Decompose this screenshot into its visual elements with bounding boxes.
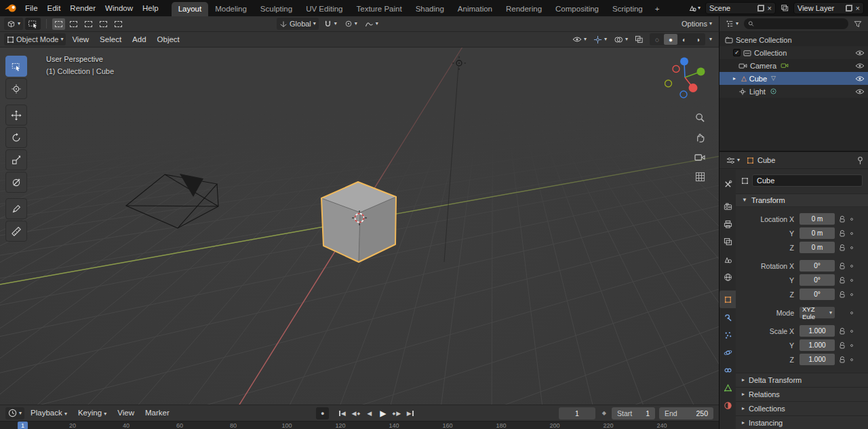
properties-editor-type-button[interactable]: ▾ xyxy=(724,154,743,166)
transform-orientation-dropdown[interactable]: Global ▾ xyxy=(277,18,319,30)
section-collections[interactable]: ▸ Collections xyxy=(736,401,868,415)
menu-edit[interactable]: Edit xyxy=(43,0,66,16)
outliner-editor-type-button[interactable]: ▾ xyxy=(723,18,741,30)
prev-keyframe-button[interactable]: ◀◆ xyxy=(349,407,362,419)
select-mode-extend-button[interactable] xyxy=(67,18,80,30)
keying-set-icon[interactable]: ◆ xyxy=(602,410,606,416)
props-tab-material[interactable] xyxy=(719,396,736,414)
lock-icon[interactable] xyxy=(837,230,848,237)
props-tab-world[interactable] xyxy=(719,268,736,286)
lock-icon[interactable] xyxy=(837,342,848,349)
animate-dot[interactable] xyxy=(848,265,856,267)
rotation-y-field[interactable]: 0° xyxy=(800,274,835,286)
timeline-ruler[interactable]: 20 40 60 80 100 120 140 160 180 200 220 … xyxy=(0,421,719,429)
properties-breadcrumb[interactable]: Cube xyxy=(747,156,775,164)
tab-texture-paint[interactable]: Texture Paint xyxy=(350,2,409,16)
shading-material-button[interactable]: ◐ xyxy=(677,34,691,45)
section-relations[interactable]: ▸ Relations xyxy=(736,387,868,401)
outliner-row-camera[interactable]: Camera xyxy=(719,59,868,72)
lock-icon[interactable] xyxy=(837,277,848,284)
tool-rotate[interactable] xyxy=(5,127,27,148)
frame-end-field[interactable]: End 250 xyxy=(659,407,713,419)
select-mode-intersect-button[interactable] xyxy=(112,18,125,30)
next-keyframe-button[interactable]: ◆▶ xyxy=(390,407,403,419)
remove-view-layer-icon[interactable]: × xyxy=(856,5,860,12)
frame-start-field[interactable]: Start 1 xyxy=(612,407,655,419)
lock-icon[interactable] xyxy=(837,291,848,298)
props-tab-modifiers[interactable] xyxy=(719,308,736,326)
animate-dot[interactable] xyxy=(848,218,856,221)
jump-to-start-button[interactable]: ◀ xyxy=(336,407,349,419)
props-tab-output[interactable] xyxy=(719,215,736,233)
props-tab-physics[interactable] xyxy=(719,343,736,361)
prev-frame-button[interactable]: ◀ xyxy=(363,407,376,419)
menu-select[interactable]: Select xyxy=(95,32,126,48)
menu-keying[interactable]: Keying ▾ xyxy=(73,405,111,421)
tool-annotate[interactable] xyxy=(5,198,27,219)
outliner-row-light[interactable]: Light xyxy=(719,85,868,98)
animate-dot[interactable] xyxy=(848,344,856,347)
play-button[interactable]: ▶ xyxy=(376,407,389,419)
tab-shading[interactable]: Shading xyxy=(409,2,451,16)
scene-name-field[interactable]: Scene × xyxy=(705,2,776,14)
navigation-gizmo[interactable] xyxy=(665,57,707,99)
tab-rendering[interactable]: Rendering xyxy=(499,2,549,16)
hide-eye-icon[interactable] xyxy=(855,75,865,82)
shading-solid-button[interactable]: ● xyxy=(664,34,677,45)
props-tab-scene[interactable] xyxy=(719,250,736,268)
camera-view-button[interactable] xyxy=(694,151,706,163)
gizmo-axis-x-neg[interactable] xyxy=(673,66,679,73)
gizmo-axis-y-neg[interactable] xyxy=(665,80,672,87)
mode-dropdown[interactable]: Object Mode ▾ xyxy=(4,33,66,45)
menu-add[interactable]: Add xyxy=(127,32,151,48)
pan-button[interactable] xyxy=(694,131,706,143)
menu-window[interactable]: Window xyxy=(100,0,138,16)
menu-help[interactable]: Help xyxy=(138,0,163,16)
scale-y-field[interactable]: 1.000 xyxy=(800,339,835,351)
tab-scripting[interactable]: Scripting xyxy=(606,2,650,16)
menu-render[interactable]: Render xyxy=(65,0,100,16)
shading-wireframe-button[interactable]: ◌ xyxy=(650,34,664,45)
props-tab-constraints[interactable] xyxy=(719,361,736,379)
props-tab-object[interactable] xyxy=(719,291,736,308)
lock-icon[interactable] xyxy=(837,356,848,363)
tab-compositing[interactable]: Compositing xyxy=(549,2,606,16)
menu-file[interactable]: File xyxy=(20,0,43,16)
view-layer-name-field[interactable]: View Layer × xyxy=(793,2,864,14)
transform-panel-header[interactable]: ▼ Transform xyxy=(736,193,868,207)
outliner-row-scene-collection[interactable]: Scene Collection xyxy=(719,33,868,46)
expand-caret-icon[interactable]: ▸ xyxy=(733,75,738,81)
gizmo-axis-y-pos[interactable] xyxy=(697,68,705,76)
animate-dot[interactable] xyxy=(848,358,856,361)
outliner-search-input[interactable] xyxy=(757,20,844,28)
animate-dot[interactable] xyxy=(848,246,856,249)
tab-modeling[interactable]: Modeling xyxy=(208,2,254,16)
tool-scale[interactable] xyxy=(5,149,27,170)
tab-animation[interactable]: Animation xyxy=(451,2,499,16)
animate-dot[interactable] xyxy=(848,312,856,314)
menu-timeline-view[interactable]: View xyxy=(113,405,139,421)
overlays-dropdown[interactable]: ▾ xyxy=(611,33,631,45)
props-tab-view-layer[interactable] xyxy=(719,233,736,250)
location-z-field[interactable]: 0 m xyxy=(800,242,835,253)
tool-measure[interactable] xyxy=(5,221,27,242)
scale-x-field[interactable]: 1.000 xyxy=(800,325,835,337)
options-dropdown[interactable]: Options ▾ xyxy=(679,18,715,30)
scene-browse-button[interactable]: ▾ xyxy=(686,3,703,13)
animate-dot[interactable] xyxy=(848,232,856,235)
scale-z-field[interactable]: 1.000 xyxy=(800,354,835,365)
visibility-dropdown[interactable]: ▾ xyxy=(570,33,589,45)
props-tab-tool[interactable] xyxy=(719,175,736,193)
pin-button[interactable] xyxy=(856,156,864,165)
xray-toggle-button[interactable] xyxy=(632,33,646,45)
object-name-input[interactable] xyxy=(752,174,863,187)
gizmo-axis-z-pos[interactable] xyxy=(680,58,688,66)
playhead[interactable]: 1 xyxy=(18,422,28,429)
location-x-field[interactable]: 0 m xyxy=(800,213,835,225)
tool-transform[interactable] xyxy=(5,172,27,193)
snap-toggle-button[interactable]: ▾ xyxy=(321,18,340,30)
animate-dot[interactable] xyxy=(848,293,856,296)
unlink-scene-icon[interactable]: × xyxy=(768,5,772,12)
gizmo-axis-z-neg[interactable] xyxy=(680,91,687,98)
outliner-row-collection[interactable]: ✓ Collection xyxy=(719,46,868,59)
